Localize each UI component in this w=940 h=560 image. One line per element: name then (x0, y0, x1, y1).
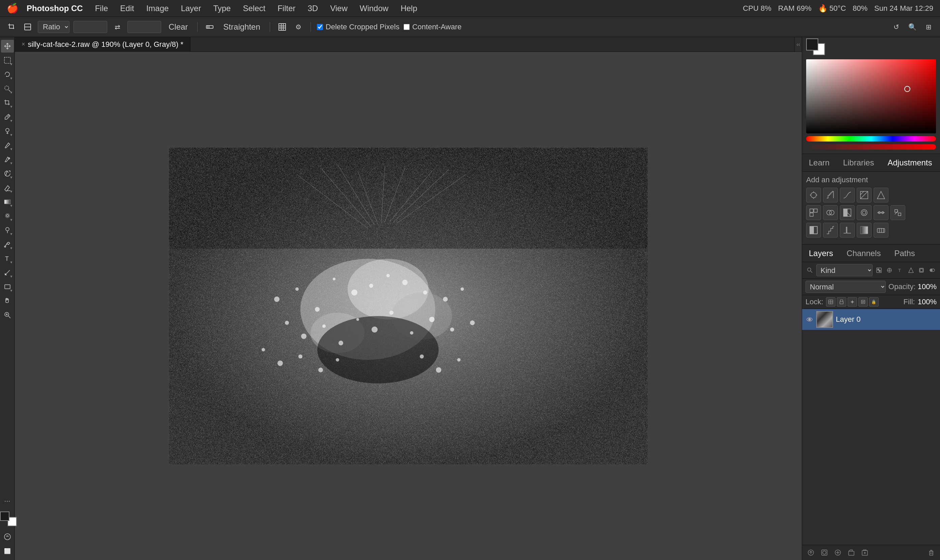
vibrance-icon[interactable] (874, 188, 888, 203)
add-layer-icon[interactable] (860, 547, 870, 558)
filter-smart-object-icon[interactable] (917, 265, 926, 275)
blend-mode-select[interactable]: Normal Dissolve Multiply Screen Overlay … (806, 281, 886, 293)
workspace-layout-icon[interactable]: ⊞ (923, 21, 935, 33)
search-icon[interactable]: 🔍 (906, 21, 918, 33)
lasso-tool[interactable]: ▼ (1, 68, 14, 81)
foreground-color-box[interactable] (806, 38, 818, 51)
delete-layer-icon[interactable] (926, 547, 937, 558)
color-picker-gradient[interactable] (806, 59, 936, 134)
menu-image[interactable]: Image (141, 2, 174, 14)
crop-tool[interactable]: ▼ (1, 96, 14, 109)
tab-layers[interactable]: Layers (802, 247, 840, 260)
eraser-tool[interactable]: ▼ (1, 181, 14, 194)
filter-adjustment-icon[interactable] (885, 265, 894, 275)
straighten-button[interactable]: Straighten (220, 21, 264, 33)
type-tool[interactable]: T ▼ (1, 252, 14, 265)
menu-layer[interactable]: Layer (175, 2, 206, 14)
menu-file[interactable]: File (90, 2, 114, 14)
tab-adjustments[interactable]: Adjustments (881, 156, 938, 169)
bw-icon[interactable] (840, 205, 855, 220)
brush-tool[interactable]: ▼ (1, 139, 14, 152)
swap-dimensions-icon[interactable]: ⇄ (111, 21, 123, 33)
lock-artboard-icon[interactable] (858, 297, 868, 307)
dodge-tool[interactable]: ▼ (1, 224, 14, 237)
tab-learn[interactable]: Learn (802, 156, 836, 169)
path-selection-tool[interactable]: ▼ (1, 266, 14, 279)
hsl-icon[interactable] (806, 205, 821, 220)
filter-pixel-icon[interactable] (875, 265, 883, 275)
filter-enable-toggle[interactable] (928, 265, 937, 275)
zoom-tool[interactable] (1, 309, 14, 322)
clear-button[interactable]: Clear (165, 21, 191, 33)
color-balance-icon[interactable] (823, 205, 838, 220)
crop-tool-icon[interactable] (5, 21, 17, 33)
channel-mixer-icon[interactable] (874, 205, 888, 220)
table-row[interactable]: Layer 0 (802, 309, 940, 330)
invert-icon[interactable] (806, 223, 821, 237)
levels-icon[interactable] (823, 188, 838, 203)
menu-window[interactable]: Window (354, 2, 394, 14)
healing-brush-tool[interactable]: ▼ (1, 125, 14, 137)
fill-value[interactable]: 100% (918, 297, 937, 306)
filter-shape-icon[interactable] (907, 265, 915, 275)
add-mask-icon[interactable] (819, 547, 830, 558)
add-adjustment-icon[interactable] (832, 547, 843, 558)
ratio-select[interactable]: Ratio 1:1 4:3 16:9 (38, 21, 69, 33)
crop-settings-icon[interactable]: ⚙ (292, 21, 304, 33)
opacity-value[interactable]: 100% (918, 282, 937, 291)
posterize-icon[interactable] (823, 223, 838, 237)
add-layer-style-icon[interactable] (806, 547, 816, 558)
quick-mask-mode[interactable] (1, 530, 14, 543)
rectangular-marquee-tool[interactable]: ▼ (1, 54, 14, 67)
move-tool[interactable] (1, 40, 14, 52)
document-tab[interactable]: × silly-cat-face-2.raw @ 190% (Layer 0, … (15, 37, 191, 52)
canvas-image[interactable] (169, 148, 648, 464)
threshold-icon[interactable] (840, 223, 855, 237)
menu-view[interactable]: View (325, 2, 353, 14)
menu-help[interactable]: Help (395, 2, 422, 14)
menu-select[interactable]: Select (237, 2, 271, 14)
photo-filter-icon[interactable] (857, 205, 872, 220)
clone-stamp-tool[interactable]: ▼ (1, 153, 14, 166)
history-brush-tool[interactable]: ▼ (1, 167, 14, 180)
blur-tool[interactable]: ▼ (1, 209, 14, 222)
color-swatch-pair[interactable] (806, 38, 825, 55)
brightness-contrast-icon[interactable] (806, 188, 821, 203)
alpha-slider[interactable] (806, 144, 936, 149)
aspect-ratio-icon[interactable] (22, 21, 34, 33)
delete-cropped-checkbox[interactable] (317, 24, 323, 30)
width-input[interactable] (74, 21, 107, 33)
rectangle-tool[interactable]: ▼ (1, 280, 14, 293)
quick-selection-tool[interactable]: ▼ (1, 82, 14, 95)
apple-menu[interactable]: 🍎 (7, 3, 18, 14)
foreground-color-swatch[interactable] (0, 511, 9, 521)
panel-collapse-button[interactable]: ‹‹ (794, 37, 802, 52)
layer-visibility-toggle[interactable] (806, 315, 814, 323)
extras-button[interactable]: ··· (1, 495, 14, 508)
tab-channels[interactable]: Channels (840, 247, 888, 260)
color-lookup-icon[interactable] (891, 205, 905, 220)
curves-icon[interactable] (840, 188, 855, 203)
menu-3d[interactable]: 3D (302, 2, 324, 14)
menu-edit[interactable]: Edit (115, 2, 139, 14)
hand-tool[interactable] (1, 294, 14, 307)
menu-type[interactable]: Type (208, 2, 236, 14)
layers-filter-select[interactable]: Kind Name Effect Mode Attribute Color Sm… (816, 264, 872, 276)
lock-all-icon[interactable]: 🔒 (869, 297, 878, 307)
gradient-tool[interactable]: ▼ (1, 195, 14, 208)
content-aware-checkbox[interactable] (404, 24, 410, 30)
add-group-icon[interactable] (846, 547, 857, 558)
exposure-icon[interactable] (857, 188, 872, 203)
tab-close-icon[interactable]: × (22, 41, 25, 48)
pen-tool[interactable]: ▼ (1, 238, 14, 251)
lock-transparent-pixels-icon[interactable] (826, 297, 835, 307)
tab-paths[interactable]: Paths (888, 247, 922, 260)
lock-image-pixels-icon[interactable] (837, 297, 846, 307)
filter-text-icon[interactable]: T (896, 265, 905, 275)
gradient-map-icon[interactable] (857, 223, 872, 237)
lock-position-icon[interactable] (848, 297, 857, 307)
height-input[interactable] (128, 21, 161, 33)
selective-color-icon[interactable] (874, 223, 888, 237)
menu-filter[interactable]: Filter (272, 2, 301, 14)
eyedropper-tool[interactable]: ▼ (1, 111, 14, 123)
